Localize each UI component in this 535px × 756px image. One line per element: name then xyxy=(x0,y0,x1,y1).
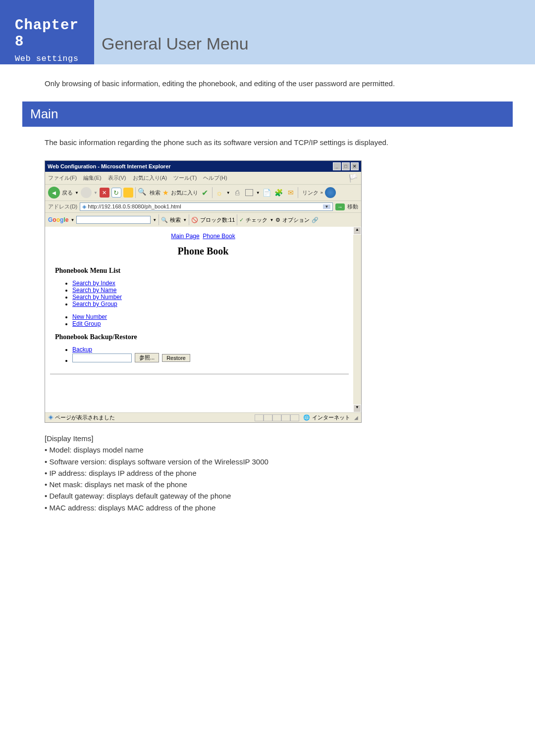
status-page-icon: ◈ xyxy=(48,414,54,420)
box-dropdown[interactable]: ▼ xyxy=(256,191,260,195)
google-search-icon: 🔍 xyxy=(161,217,168,223)
google-sep-2 xyxy=(189,214,189,225)
status-zone: 🌐 インターネット xyxy=(303,414,350,421)
menu-title-box: General User Menu xyxy=(94,0,535,64)
main-page-link[interactable]: Main Page xyxy=(171,233,199,240)
status-boxes xyxy=(255,414,299,421)
google-sep-1 xyxy=(159,214,159,225)
menu-view[interactable]: 表示(V) xyxy=(108,175,126,181)
menu-tools[interactable]: ツール(T) xyxy=(173,175,197,181)
popup-blocker-label[interactable]: ブロック数:11 xyxy=(200,216,235,224)
internet-zone-label: インターネット xyxy=(312,414,350,421)
restore-button[interactable]: Restore xyxy=(162,354,190,362)
restore-file-input[interactable] xyxy=(72,353,132,362)
edit-group-link[interactable]: Edit Group xyxy=(72,320,101,327)
maximize-button[interactable]: □ xyxy=(342,162,350,170)
google-toolbar: Google ▼ ▼ 🔍 検索 ▼ 🚫 ブロック数:11 ✓ チェック ▼ ⚙ … xyxy=(45,212,361,227)
search-number-link[interactable]: Search by Number xyxy=(72,294,122,301)
browse-button[interactable]: 参照... xyxy=(135,353,159,362)
ie-menubar: ファイル(F) 編集(E) 表示(V) お気に入り(A) ツール(T) ヘルプ(… xyxy=(45,172,361,184)
minimize-button[interactable]: _ xyxy=(333,162,341,170)
autolink-icon[interactable]: 🔗 xyxy=(312,217,319,223)
page-icon: ◈ xyxy=(82,203,86,209)
search-name-link[interactable]: Search by Name xyxy=(72,287,116,294)
search-label[interactable]: 検索 xyxy=(150,189,160,197)
search-index-link[interactable]: Search by Index xyxy=(72,280,115,287)
divider xyxy=(50,374,349,374)
forward-button[interactable] xyxy=(81,187,92,198)
menu-file[interactable]: ファイル(F) xyxy=(48,175,77,181)
page-header: Chapter 8 Web settings General User Menu xyxy=(0,0,535,64)
google-sep-3 xyxy=(237,214,237,225)
chapter-title: Chapter 8 xyxy=(15,17,84,50)
forward-dropdown[interactable]: ▼ xyxy=(94,191,98,195)
google-search-input[interactable] xyxy=(76,216,151,224)
search-group-link[interactable]: Search by Group xyxy=(72,301,117,307)
display-item-5: • MAC address: displays MAC address of t… xyxy=(45,502,510,513)
ie-window-title: Web Configuration - Microsoft Internet E… xyxy=(48,163,171,169)
ie-content: ▲ ▼ Main Page Phone Book Phone Book Phon… xyxy=(45,227,361,412)
google-dropdown[interactable]: ▼ xyxy=(70,218,74,222)
section-header: Main xyxy=(22,101,513,127)
mail-icon[interactable]: ✉ xyxy=(286,188,296,198)
menu-edit[interactable]: 編集(E) xyxy=(83,175,102,181)
page-nav-links: Main Page Phone Book xyxy=(55,233,351,240)
address-url: http://192.168.0.5:8080/ph_book1.html xyxy=(88,203,181,209)
docs-icon[interactable]: 📄 xyxy=(262,188,272,198)
puzzle-icon[interactable]: 🧩 xyxy=(274,188,284,198)
phone-book-link[interactable]: Phone Book xyxy=(203,233,235,240)
history-icon[interactable]: ✔ xyxy=(200,188,210,198)
links-label[interactable]: リンク xyxy=(302,189,319,197)
sun-dropdown[interactable]: ▼ xyxy=(226,191,230,195)
spellcheck-icon: ✓ xyxy=(239,217,244,223)
scrollbar[interactable]: ▲ ▼ xyxy=(353,227,361,412)
address-label: アドレス(D) xyxy=(48,203,77,210)
go-button[interactable]: → xyxy=(335,203,345,210)
window-controls: _ □ ✕ xyxy=(333,162,359,170)
sun-icon[interactable]: ☼ xyxy=(214,188,224,198)
menu-favorites[interactable]: お気に入り(A) xyxy=(133,175,167,181)
chapter-box: Chapter 8 Web settings xyxy=(0,0,94,64)
back-button[interactable]: ◄ xyxy=(48,187,60,199)
links-more[interactable]: » xyxy=(321,190,323,195)
display-items-section: [Display Items] • Model: displays model … xyxy=(45,433,510,513)
address-dropdown[interactable]: ▼ xyxy=(323,204,330,209)
new-number-link[interactable]: New Number xyxy=(72,313,107,320)
printer-icon[interactable]: ⎙ xyxy=(232,188,242,198)
google-input-dropdown[interactable]: ▼ xyxy=(153,218,157,222)
address-input[interactable]: ◈ http://192.168.0.5:8080/ph_book1.html … xyxy=(80,202,333,211)
options-icon: ⚙ xyxy=(275,217,280,223)
back-dropdown[interactable]: ▼ xyxy=(75,191,79,195)
chapter-subtitle: Web settings xyxy=(15,54,84,63)
ie-titlebar: Web Configuration - Microsoft Internet E… xyxy=(45,161,361,172)
edit-list: New Number Edit Group xyxy=(72,313,351,327)
google-search-dropdown[interactable]: ▼ xyxy=(183,218,187,222)
intro-text: Only browsing of basic information, edit… xyxy=(25,79,510,88)
box-icon[interactable] xyxy=(244,188,254,198)
google-logo[interactable]: Google xyxy=(48,216,68,223)
resize-grip-icon[interactable]: ◢ xyxy=(354,415,358,420)
backup-heading: Phonebook Backup/Restore xyxy=(55,333,351,341)
display-item-3: • Net mask: displays net mask of the pho… xyxy=(45,479,510,490)
menu-help[interactable]: ヘルプ(H) xyxy=(203,175,227,181)
scroll-down[interactable]: ▼ xyxy=(353,404,361,412)
home-button[interactable] xyxy=(123,188,133,198)
ie-toolbar: ◄ 戻る ▼ ▼ ✕ ↻ 🔍 検索 ★ お気に入り ✔ ☼ ▼ ⎙ ▼ 📄 🧩 … xyxy=(45,184,361,201)
search-list: Search by Index Search by Name Search by… xyxy=(72,280,351,307)
options-label[interactable]: オプション xyxy=(282,216,310,224)
check-dropdown[interactable]: ▼ xyxy=(269,218,273,222)
scroll-up[interactable]: ▲ xyxy=(353,227,361,235)
stop-button[interactable]: ✕ xyxy=(100,188,109,198)
display-item-4: • Default gateway: displays default gate… xyxy=(45,490,510,502)
close-button[interactable]: ✕ xyxy=(351,162,359,170)
favorites-label[interactable]: お気に入り xyxy=(171,189,198,197)
ie-logo-icon: 🏳️ xyxy=(348,173,358,183)
phonebook-title: Phone Book xyxy=(55,246,351,257)
display-item-0: • Model: displays model name xyxy=(45,444,510,455)
refresh-button[interactable]: ↻ xyxy=(111,188,121,198)
toolbar-separator-3 xyxy=(298,187,298,198)
google-search-label[interactable]: 検索 xyxy=(170,216,181,224)
backup-link[interactable]: Backup xyxy=(72,346,92,353)
check-label[interactable]: チェック xyxy=(246,216,268,224)
ie-screenshot: Web Configuration - Microsoft Internet E… xyxy=(45,160,362,423)
